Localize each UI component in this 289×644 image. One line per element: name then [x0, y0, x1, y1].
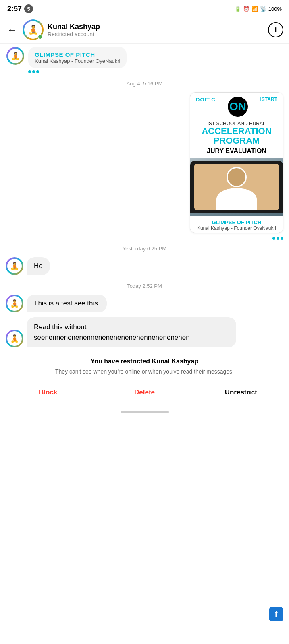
forwarded-message-card: 🧘 GLIMPSE OF PITCH Kunal Kashyap - Found… — [0, 44, 289, 75]
istart-logo: iSTART — [260, 97, 277, 102]
forwarded-subtitle: Kunal Kashyap - Founder OyeNaukri — [35, 58, 120, 64]
ho-bubble: Ho — [27, 257, 50, 275]
incoming-ho-message: 🧘 Ho — [0, 255, 289, 277]
status-time: 2:57 — [7, 5, 22, 13]
restricted-notice: You have restricted Kunal Kashyap They c… — [0, 350, 289, 382]
forwarded-title: GLIMPSE OF PITCH — [35, 51, 120, 58]
outgoing-pitch-message: DOIT.C ON iSTART iST SCHOOL AND RURAL AC… — [0, 90, 289, 235]
jury-eval: JURY EVALUATION — [194, 146, 279, 156]
upload-icon: ⬆ — [273, 610, 279, 619]
chat-area: 🧘 GLIMPSE OF PITCH Kunal Kashyap - Found… — [0, 44, 289, 407]
incoming-test-message: 🧘 This is a test see this. — [0, 292, 289, 315]
sender-avatar-ho: 🧘 — [6, 257, 23, 275]
delete-button[interactable]: Delete — [96, 382, 193, 403]
date-separator-aug4: Aug 4, 5:16 PM — [0, 75, 289, 90]
typing-dots — [28, 68, 127, 73]
pitch-card-body: iST SCHOOL AND RURAL ACCELERATION PROGRA… — [190, 119, 283, 158]
on-badge: ON — [228, 97, 248, 117]
unrestrict-button[interactable]: Unrestrict — [193, 382, 289, 403]
sender-avatar-test: 🧘 — [6, 295, 23, 312]
header-info: Kunal Kashyap Restricted account — [48, 23, 264, 37]
alarm-icon: ⏰ — [243, 6, 249, 12]
signal-icon: 📡 — [260, 6, 266, 12]
test-bubble: This is a test see this. — [27, 295, 107, 312]
pitch-thumbnail — [190, 158, 283, 216]
status-icons: 🔋 ⏰ 📶 📡 100% — [235, 6, 282, 12]
accel-line2: PROGRAM — [194, 136, 279, 146]
doit-logo: DOIT.C — [196, 97, 216, 103]
incoming-read-message: 🧘 Read this without seenennenenenennenen… — [0, 315, 289, 350]
chat-header: ← 🧘 Kunal Kashyap Restricted account i — [0, 16, 289, 44]
pitch-card[interactable]: DOIT.C ON iSTART iST SCHOOL AND RURAL AC… — [190, 92, 283, 233]
action-buttons: Block Delete Unrestrict — [0, 382, 289, 403]
contact-name: Kunal Kashyap — [48, 23, 264, 31]
glimpse-label: GLIMPSE OF PITCH — [194, 219, 279, 225]
date-separator-today: Today 2:52 PM — [0, 277, 289, 292]
notification-count: 5 — [24, 4, 33, 13]
founder-label: Kunal Kashyap - Founder OyeNaukri — [194, 225, 279, 231]
outgoing-dots — [0, 235, 289, 240]
online-indicator — [37, 34, 43, 39]
forwarded-content: GLIMPSE OF PITCH Kunal Kashyap - Founder… — [28, 47, 127, 68]
sender-avatar-top: 🧘 — [6, 47, 24, 65]
contact-subtitle: Restricted account — [48, 31, 264, 37]
bottom-bar — [0, 407, 289, 415]
laptop-container — [190, 161, 283, 213]
read-bubble: Read this without seenennenenenennenenen… — [27, 317, 236, 347]
pitch-card-footer: GLIMPSE OF PITCH Kunal Kashyap - Founder… — [190, 216, 283, 233]
restricted-title: You have restricted Kunal Kashyap — [10, 358, 279, 365]
laptop-frame — [190, 161, 283, 213]
status-time-area: 2:57 5 — [7, 4, 33, 13]
date-separator-yesterday: Yesterday 6:25 PM — [0, 240, 289, 255]
card-line1: iST SCHOOL AND RURAL — [194, 121, 279, 126]
wifi-icon: 📶 — [252, 6, 258, 12]
person-head — [227, 167, 247, 187]
back-button[interactable]: ← — [6, 23, 19, 37]
battery-icon: 🔋 — [235, 6, 241, 12]
laptop-screen — [194, 164, 279, 210]
float-action-icon[interactable]: ⬆ — [269, 607, 283, 621]
person-body — [216, 188, 257, 210]
avatar[interactable]: 🧘 — [23, 19, 44, 40]
restricted-desc: They can't see when you're online or whe… — [10, 367, 279, 376]
battery-percent: 100% — [268, 6, 282, 12]
sender-avatar-read: 🧘 — [6, 330, 23, 347]
forwarded-bubble: GLIMPSE OF PITCH Kunal Kashyap - Founder… — [28, 47, 127, 73]
screen-content — [194, 164, 279, 210]
info-button[interactable]: i — [268, 22, 283, 37]
status-bar: 2:57 5 🔋 ⏰ 📶 📡 100% — [0, 0, 289, 16]
home-indicator — [121, 411, 169, 413]
pitch-card-header: DOIT.C ON iSTART — [190, 93, 283, 119]
block-button[interactable]: Block — [0, 382, 96, 403]
on-text: ON — [229, 100, 246, 113]
accel-line1: ACCELERATION — [194, 126, 279, 136]
